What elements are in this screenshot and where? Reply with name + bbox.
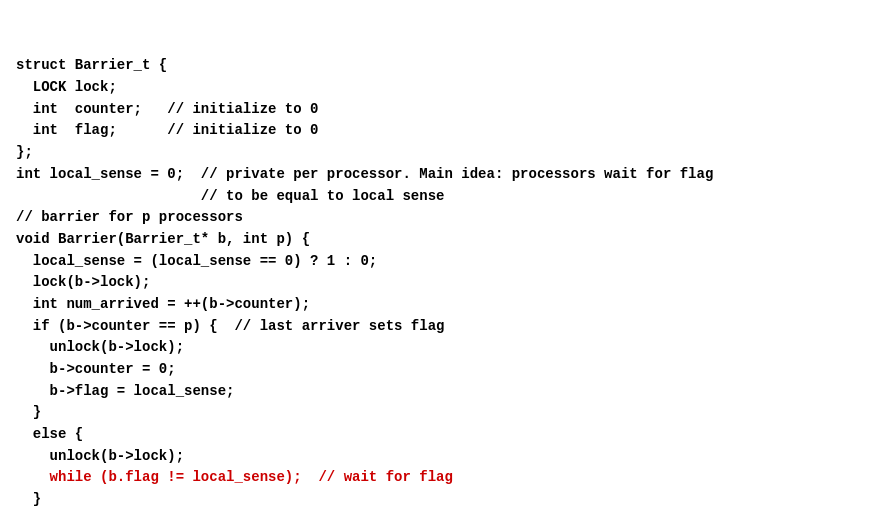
code-line: if (b->counter == p) { // last arriver s…: [16, 316, 868, 338]
code-line: // to be equal to local sense: [16, 186, 868, 208]
code-line: b->flag = local_sense;: [16, 381, 868, 403]
code-line: else {: [16, 424, 868, 446]
code-line: void Barrier(Barrier_t* b, int p) {: [16, 229, 868, 251]
code-line: local_sense = (local_sense == 0) ? 1 : 0…: [16, 251, 868, 273]
code-line: while (b.flag != local_sense); // wait f…: [16, 467, 868, 489]
code-line: int flag; // initialize to 0: [16, 120, 868, 142]
code-line: // barrier for p processors: [16, 207, 868, 229]
code-line: }: [16, 402, 868, 424]
code-line: int local_sense = 0; // private per proc…: [16, 164, 868, 186]
code-line: struct Barrier_t {: [16, 55, 868, 77]
code-line: int counter; // initialize to 0: [16, 99, 868, 121]
code-line: unlock(b->lock);: [16, 337, 868, 359]
code-line: lock(b->lock);: [16, 272, 868, 294]
code-line: b->counter = 0;: [16, 359, 868, 381]
code-line: LOCK lock;: [16, 77, 868, 99]
code-line: int num_arrived = ++(b->counter);: [16, 294, 868, 316]
code-line: }: [16, 489, 868, 511]
code-line: unlock(b->lock);: [16, 446, 868, 468]
code-line: };: [16, 142, 868, 164]
code-container: struct Barrier_t { LOCK lock; int counte…: [16, 12, 868, 511]
